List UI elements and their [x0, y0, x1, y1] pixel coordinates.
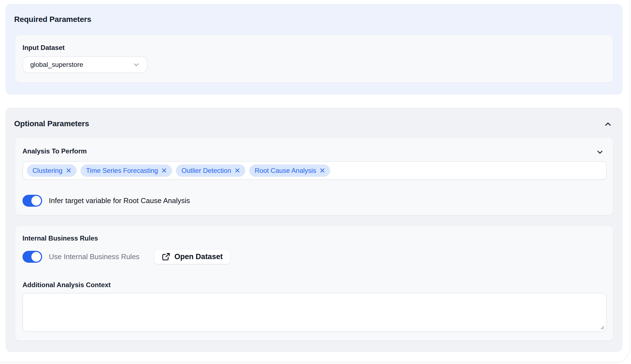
external-link-icon [161, 252, 170, 261]
collapse-section-button[interactable] [604, 120, 612, 130]
tag-outlier-detection[interactable]: Outlier Detection [176, 165, 245, 177]
input-dataset-card: Input Dataset global_superstore [15, 35, 613, 83]
analysis-to-perform-label: Analysis To Perform [22, 147, 87, 155]
infer-target-toggle-label: Infer target variable for Root Cause Ana… [49, 196, 190, 205]
use-internal-rules-toggle[interactable] [22, 251, 42, 263]
tag-remove-icon[interactable] [234, 168, 240, 173]
internal-business-rules-card: Internal Business Rules Use Internal Bus… [15, 226, 613, 341]
infer-target-toggle[interactable] [22, 195, 42, 207]
chevron-down-icon [596, 148, 604, 156]
tag-remove-icon[interactable] [161, 168, 167, 173]
tag-remove-icon[interactable] [66, 168, 72, 173]
tag-remove-icon[interactable] [319, 168, 325, 173]
tag-clustering[interactable]: Clustering [27, 165, 77, 177]
tag-root-cause-analysis[interactable]: Root Cause Analysis [249, 165, 330, 177]
required-parameters-card: Required Parameters Input Dataset global… [6, 4, 622, 94]
input-dataset-selected-value: global_superstore [30, 61, 83, 69]
chevron-down-icon [132, 61, 140, 69]
input-dataset-label: Input Dataset [22, 44, 65, 52]
optional-parameters-card: Optional Parameters Analysis To Perform … [6, 108, 622, 352]
use-internal-rules-toggle-label: Use Internal Business Rules [49, 252, 140, 261]
collapse-analysis-button[interactable] [596, 148, 604, 157]
toggle-knob [31, 196, 41, 206]
input-dataset-select[interactable]: global_superstore [22, 56, 147, 73]
optional-parameters-title: Optional Parameters [14, 119, 89, 128]
internal-business-rules-title: Internal Business Rules [22, 234, 98, 242]
tag-label: Clustering [32, 167, 62, 175]
analysis-to-perform-card: Analysis To Perform Clustering Time Seri… [15, 138, 613, 215]
additional-analysis-context-input[interactable] [22, 293, 607, 332]
analysis-multiselect-field[interactable]: Clustering Time Series Forecasting Outli… [22, 161, 607, 180]
tag-label: Outlier Detection [181, 167, 231, 175]
required-parameters-title: Required Parameters [14, 15, 91, 24]
tag-time-series-forecasting[interactable]: Time Series Forecasting [80, 165, 172, 177]
toggle-knob [31, 252, 41, 262]
open-dataset-button[interactable]: Open Dataset [154, 249, 230, 264]
tag-label: Time Series Forecasting [86, 167, 158, 175]
additional-analysis-context-label: Additional Analysis Context [22, 281, 111, 289]
tag-label: Root Cause Analysis [255, 167, 316, 175]
chevron-up-icon [604, 120, 612, 129]
open-dataset-button-label: Open Dataset [175, 252, 223, 261]
parameters-page: Required Parameters Input Dataset global… [0, 0, 631, 364]
